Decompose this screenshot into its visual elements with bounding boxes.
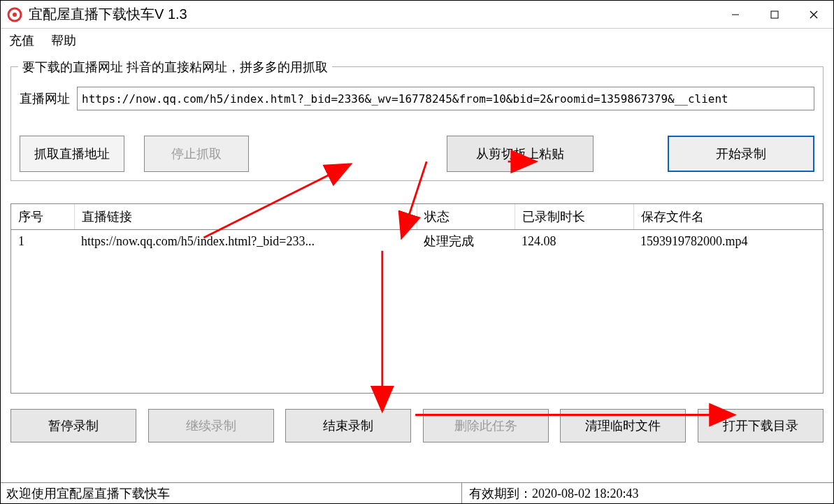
status-welcome: 欢迎使用宜配屋直播下载快车	[1, 483, 462, 503]
content: 要下载的直播网址 抖音的直接粘网址，拼多多的用抓取 直播网址 抓取直播地址 停止…	[1, 52, 833, 482]
menu-recharge[interactable]: 充值	[9, 32, 34, 49]
task-table[interactable]: 序号 直播链接 状态 已录制时长 保存文件名 1 https://now.qq.…	[10, 203, 824, 394]
pause-record-button[interactable]: 暂停录制	[10, 409, 136, 442]
end-record-button[interactable]: 结束录制	[285, 409, 411, 442]
minimize-button[interactable]	[716, 1, 755, 29]
url-fieldset: 要下载的直播网址 抖音的直接粘网址，拼多多的用抓取 直播网址 抓取直播地址 停止…	[10, 66, 824, 181]
url-row: 直播网址	[20, 87, 814, 110]
th-duration[interactable]: 已录制时长	[515, 204, 633, 230]
cell-no: 1	[11, 230, 74, 253]
resume-record-button[interactable]: 继续录制	[148, 409, 274, 442]
maximize-button[interactable]	[755, 1, 794, 29]
status-expiry-label: 有效期到：	[469, 487, 532, 501]
url-label: 直播网址	[20, 90, 70, 107]
cell-link: https://now.qq.com/h5/index.html?_bid=23…	[74, 230, 417, 253]
window-title: 宜配屋直播下载快车V 1.3	[29, 5, 187, 24]
stop-capture-button[interactable]: 停止抓取	[144, 136, 249, 172]
menu-help[interactable]: 帮助	[51, 32, 76, 49]
capture-button[interactable]: 抓取直播地址	[20, 136, 124, 172]
th-filename[interactable]: 保存文件名	[633, 204, 823, 230]
top-button-row: 抓取直播地址 停止抓取 从剪切板上粘贴 开始录制	[20, 136, 814, 172]
app-icon	[6, 6, 23, 23]
fieldset-legend: 要下载的直播网址 抖音的直接粘网址，拼多多的用抓取	[18, 59, 332, 75]
clear-temp-button[interactable]: 清理临时文件	[560, 409, 686, 442]
menubar: 充值 帮助	[1, 29, 833, 52]
titlebar: 宜配屋直播下载快车V 1.3	[1, 1, 833, 29]
cell-filename: 1593919782000.mp4	[633, 230, 823, 253]
cell-duration: 124.08	[515, 230, 633, 253]
open-dir-button[interactable]: 打开下载目录	[698, 409, 824, 442]
start-record-button[interactable]: 开始录制	[668, 136, 814, 172]
paste-button[interactable]: 从剪切板上粘贴	[447, 136, 594, 172]
status-expiry-value: 2020-08-02 18:20:43	[532, 487, 639, 501]
close-button[interactable]	[794, 1, 833, 29]
bottom-button-row: 暂停录制 继续录制 结束录制 删除此任务 清理临时文件 打开下载目录	[10, 409, 824, 442]
svg-rect-3	[771, 11, 778, 18]
table-row[interactable]: 1 https://now.qq.com/h5/index.html?_bid=…	[11, 230, 823, 253]
th-no[interactable]: 序号	[11, 204, 74, 230]
svg-point-1	[13, 13, 17, 17]
cell-status: 处理完成	[417, 230, 515, 253]
url-input[interactable]	[77, 87, 814, 110]
th-status[interactable]: 状态	[417, 204, 515, 230]
delete-task-button[interactable]: 删除此任务	[423, 409, 549, 442]
table-header-row: 序号 直播链接 状态 已录制时长 保存文件名	[11, 204, 823, 230]
status-expiry: 有效期到：2020-08-02 18:20:43	[462, 485, 639, 502]
th-link[interactable]: 直播链接	[74, 204, 417, 230]
statusbar: 欢迎使用宜配屋直播下载快车 有效期到：2020-08-02 18:20:43	[1, 482, 833, 503]
